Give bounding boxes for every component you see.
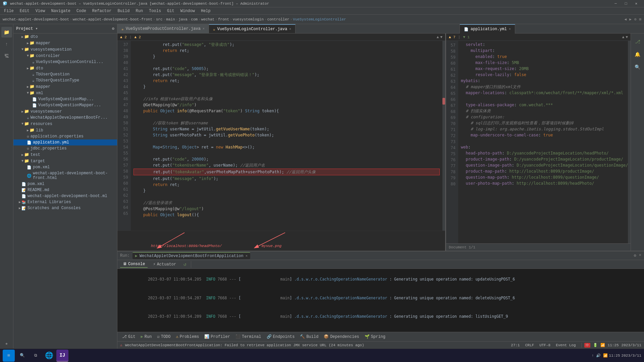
settings-run-icon[interactable]: ⚙: [634, 253, 636, 258]
notifications-icon[interactable]: 🔔: [632, 49, 643, 60]
tree-item[interactable]: ▼ 📁 resources: [13, 121, 117, 127]
minimize-button[interactable]: ─: [610, 2, 621, 6]
tree-item[interactable]: 📄 pom.xml: [13, 181, 117, 187]
toolbar-git[interactable]: ⎇ Git: [120, 334, 138, 340]
toolbar-dependencies[interactable]: 📦 Dependencies: [322, 334, 361, 340]
maximize-button[interactable]: □: [621, 2, 631, 6]
tree-item[interactable]: ▶ 📚 External Libraries: [13, 199, 117, 205]
toolbar-spring[interactable]: 🌱 Spring: [363, 334, 387, 340]
close-button[interactable]: ✕: [631, 1, 641, 6]
tree-item[interactable]: ▼ 📁 target: [13, 158, 117, 164]
project-panel-icon[interactable]: 📁: [1, 27, 12, 38]
menu-git[interactable]: Git: [164, 8, 177, 14]
tree-item[interactable]: ▼ 📁 xml: [13, 90, 117, 96]
toolbar-profiler[interactable]: 📊 Profiler: [202, 334, 232, 340]
taskbar-chrome[interactable]: 🌐: [43, 350, 55, 362]
toolbar-todo[interactable]: ☑ TODO: [155, 334, 172, 340]
code-editor-right[interactable]: servlet: multipart: enabled: true max-fi…: [458, 41, 628, 243]
error-indicator[interactable]: ⚠: [120, 343, 122, 347]
tree-item[interactable]: ☕ WechatAppletDevelopmentBootFr...: [13, 115, 117, 121]
breadcrumb-src[interactable]: src: [156, 17, 163, 21]
tab-actuator[interactable]: ⚡ Actuator: [150, 261, 179, 267]
menu-tools[interactable]: Tools: [146, 8, 164, 14]
run-app-tab[interactable]: ▶ WechatAppletDevelopmentBootFrontApplic…: [132, 252, 251, 259]
menu-build[interactable]: Build: [115, 8, 132, 14]
close-tab-icon[interactable]: ×: [289, 27, 291, 31]
menu-file[interactable]: File: [1, 8, 16, 14]
close-tab-icon[interactable]: ×: [509, 27, 511, 31]
taskbar-taskview[interactable]: ⧉: [30, 350, 42, 362]
tab-vue-system-product[interactable]: ☕ VueSystemProductController.java ×: [117, 24, 209, 33]
tree-item[interactable]: ▶ 📁 dto: [13, 65, 117, 71]
commit-icon[interactable]: ↑: [1, 39, 12, 50]
nav-forward-icon[interactable]: ▶: [629, 17, 632, 21]
layout-icon[interactable]: ⊞: [639, 17, 641, 21]
tree-item[interactable]: ▼ 📁 controller: [13, 53, 117, 59]
nav-back-icon[interactable]: ◀: [625, 17, 627, 21]
search-icon[interactable]: 🔍: [632, 62, 643, 72]
tree-item[interactable]: ▶ 📁 test: [13, 152, 117, 158]
restart-button[interactable]: ↺: [181, 261, 188, 268]
tree-item[interactable]: ▶ 📁 lib: [13, 127, 117, 133]
tree-item[interactable]: ▶ 📁 mapper: [13, 40, 117, 46]
tab-vue-system-login[interactable]: ☕ VueSystemLoginController.java ×: [209, 24, 296, 33]
menu-refactor[interactable]: Refactor: [90, 8, 114, 14]
breadcrumb-wechat[interactable]: wechat: [201, 17, 215, 21]
scroll-down-icon[interactable]: ▼: [440, 35, 442, 39]
tree-item[interactable]: 🌐 wechat-applet-development-boot-front.h…: [13, 170, 117, 181]
tab-console[interactable]: 🖥 Console: [120, 261, 148, 268]
tree-item[interactable]: 📄 wechat-applet-development-boot.ml: [13, 193, 117, 199]
close-panel-icon[interactable]: ×: [639, 253, 641, 258]
sidebar-settings-icon[interactable]: ⚙: [112, 26, 114, 31]
tree-item[interactable]: ☕ VueSystemQuestionControll...: [13, 59, 117, 65]
close-tab-icon[interactable]: ×: [203, 27, 205, 31]
breadcrumb-main[interactable]: main: [166, 17, 175, 21]
start-button[interactable]: ⊞: [3, 350, 15, 362]
breadcrumb-vuesystemlogin[interactable]: vuesystemlogin: [233, 17, 264, 21]
tree-item[interactable]: 📄 pom.xml: [13, 164, 117, 170]
tree-item[interactable]: 📄 VueSystemQuestionMapper...: [13, 102, 117, 108]
tree-item[interactable]: ▼ 📁 vuesystemquestion: [13, 46, 117, 53]
tree-item[interactable]: ⚙ jdbc.properties: [13, 145, 117, 152]
menu-navigate[interactable]: Navigate: [48, 8, 73, 14]
yaml-scroll-up[interactable]: ▲: [622, 35, 625, 39]
breadcrumb-java[interactable]: java: [178, 17, 187, 21]
bookmark-icon[interactable]: ★: [1, 338, 12, 349]
breadcrumb-front[interactable]: front: [218, 17, 229, 21]
menu-run[interactable]: Run: [133, 8, 146, 14]
tree-item[interactable]: 📄 VueSystemQuestionMap...: [13, 96, 117, 102]
tree-item[interactable]: 📝 README.md: [13, 187, 117, 193]
menu-code[interactable]: Code: [74, 8, 89, 14]
breadcrumb-module[interactable]: wechat-applet-development-boot-front: [73, 17, 153, 21]
tree-item[interactable]: ▶ 📁 mapper: [13, 83, 117, 90]
toolbar-build[interactable]: 🔨 Build: [298, 334, 320, 340]
run-close-btn[interactable]: ×: [246, 254, 248, 258]
yaml-scroll-down[interactable]: ▼: [626, 35, 628, 39]
menu-window[interactable]: Window: [178, 8, 198, 14]
scroll-up-icon[interactable]: ▲: [437, 35, 439, 39]
toolbar-terminal[interactable]: ⬛ Terminal: [233, 334, 263, 340]
settings-icon[interactable]: ⚙: [634, 17, 637, 21]
breadcrumb-com[interactable]: com: [191, 17, 198, 21]
taskbar-intellij[interactable]: IJ: [56, 350, 68, 362]
menu-view[interactable]: View: [33, 8, 48, 14]
toolbar-run[interactable]: ▶ Run: [139, 334, 154, 340]
tree-item[interactable]: ▶ 📁 vuesystemuser: [13, 108, 117, 115]
code-editor-left[interactable]: ret.put("message", "登录成功"); return ret; …: [131, 41, 442, 231]
breadcrumb-class[interactable]: VueSystemLoginController: [293, 17, 346, 21]
structure-icon[interactable]: 🏗: [1, 51, 12, 62]
tree-item[interactable]: ☕ TbUserQuestionType: [13, 77, 117, 83]
toolbar-endpoints[interactable]: 🔗 Endpoints: [265, 334, 297, 340]
ime-icon[interactable]: 中: [584, 343, 590, 348]
sidebar-item-application-yml[interactable]: 📄 application.yml: [13, 139, 117, 145]
breadcrumb-project[interactable]: wechat-applet-development-boot: [3, 17, 69, 21]
menu-help[interactable]: Help: [198, 8, 213, 14]
git-icon[interactable]: ⎇: [632, 36, 643, 47]
menu-edit[interactable]: Edit: [17, 8, 32, 14]
taskbar-search[interactable]: 🔍: [16, 350, 28, 362]
tab-application-yml[interactable]: 📄 application.yml ×: [460, 24, 515, 34]
tree-item[interactable]: ▶ 📁 dto: [13, 34, 117, 40]
breadcrumb-controller[interactable]: controller: [267, 17, 289, 21]
toolbar-problems[interactable]: ⚠ Problems: [174, 334, 201, 340]
event-log[interactable]: Event Log: [556, 343, 576, 347]
